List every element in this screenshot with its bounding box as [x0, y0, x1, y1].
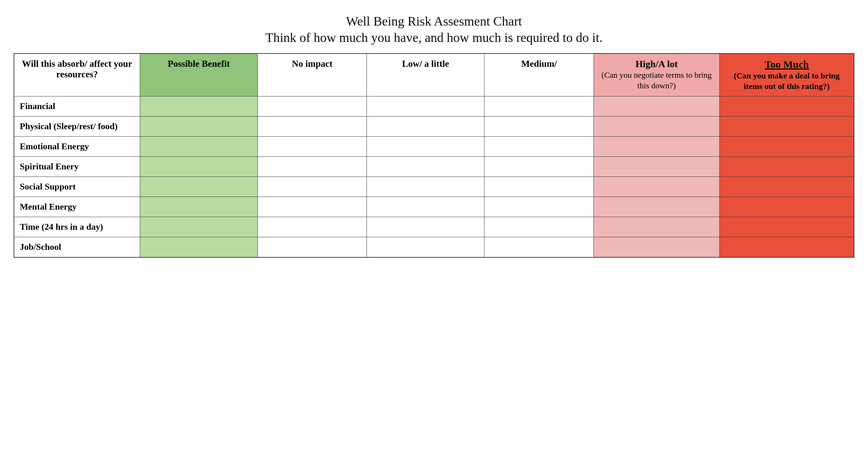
table-cell-cell-label: Spiritual Enery: [14, 157, 140, 177]
table-cell-cell-label: Emotional Energy: [14, 137, 140, 157]
table-cell-cell-noimpact: [258, 117, 367, 137]
table-cell-cell-benefit: [140, 96, 258, 117]
page-title: Well Being Risk Assesment Chart: [14, 14, 854, 29]
table-cell-cell-low: [367, 157, 484, 177]
table-row: Emotional Energy: [14, 137, 854, 157]
col-header-benefit: Possible Benefit: [140, 54, 258, 96]
table-cell-cell-high: [594, 177, 720, 197]
table-cell-cell-low: [367, 137, 484, 157]
page-header: Well Being Risk Assesment Chart Think of…: [14, 14, 854, 45]
table-cell-cell-toomuch: [720, 237, 854, 258]
page-subtitle: Think of how much you have, and how much…: [14, 30, 854, 45]
table-cell-cell-toomuch: [720, 177, 854, 197]
table-cell-cell-benefit: [140, 217, 258, 237]
table-cell-cell-noimpact: [258, 137, 367, 157]
table-cell-cell-toomuch: [720, 197, 854, 217]
table-cell-cell-noimpact: [258, 197, 367, 217]
col-header-noimpact: No impact: [258, 54, 367, 96]
table-cell-cell-benefit: [140, 197, 258, 217]
table-cell-cell-benefit: [140, 177, 258, 197]
table-row: Physical (Sleep/rest/ food): [14, 117, 854, 137]
table-cell-cell-medium: [484, 117, 594, 137]
table-row: Mental Energy: [14, 197, 854, 217]
table-cell-cell-noimpact: [258, 217, 367, 237]
table-cell-cell-low: [367, 117, 484, 137]
table-cell-cell-benefit: [140, 117, 258, 137]
risk-assessment-table: Will this absorb/ affect your resources?…: [14, 53, 854, 258]
table-cell-cell-high: [594, 96, 720, 117]
col-header-toomuch: Too Much (Can you make a deal to bring i…: [720, 54, 854, 96]
table-row: Social Support: [14, 177, 854, 197]
col-header-high: High/A lot (Can you negotiate terms to b…: [594, 54, 720, 96]
table-cell-cell-medium: [484, 217, 594, 237]
table-cell-cell-toomuch: [720, 96, 854, 117]
table-cell-cell-label: Job/School: [14, 237, 140, 258]
col-header-resources: Will this absorb/ affect your resources?: [14, 54, 140, 96]
table-cell-cell-label: Time (24 hrs in a day): [14, 217, 140, 237]
table-cell-cell-high: [594, 157, 720, 177]
table-cell-cell-toomuch: [720, 137, 854, 157]
table-cell-cell-toomuch: [720, 117, 854, 137]
table-cell-cell-high: [594, 117, 720, 137]
table-cell-cell-medium: [484, 197, 594, 217]
table-cell-cell-medium: [484, 137, 594, 157]
table-cell-cell-high: [594, 137, 720, 157]
table-cell-cell-label: Physical (Sleep/rest/ food): [14, 117, 140, 137]
table-cell-cell-medium: [484, 157, 594, 177]
table-cell-cell-label: Mental Energy: [14, 197, 140, 217]
table-cell-cell-noimpact: [258, 157, 367, 177]
table-cell-cell-low: [367, 217, 484, 237]
table-row: Time (24 hrs in a day): [14, 217, 854, 237]
table-cell-cell-toomuch: [720, 157, 854, 177]
table-cell-cell-label: Financial: [14, 96, 140, 117]
table-cell-cell-medium: [484, 177, 594, 197]
table-cell-cell-label: Social Support: [14, 177, 140, 197]
table-cell-cell-low: [367, 237, 484, 258]
table-cell-cell-medium: [484, 237, 594, 258]
table-cell-cell-low: [367, 96, 484, 117]
table-cell-cell-noimpact: [258, 237, 367, 258]
table-cell-cell-medium: [484, 96, 594, 117]
table-cell-cell-benefit: [140, 137, 258, 157]
table-cell-cell-high: [594, 197, 720, 217]
table-row: Job/School: [14, 237, 854, 258]
col-header-low: Low/ a little: [367, 54, 484, 96]
table-cell-cell-benefit: [140, 157, 258, 177]
table-row: Spiritual Enery: [14, 157, 854, 177]
table-header-row: Will this absorb/ affect your resources?…: [14, 54, 854, 96]
table-cell-cell-high: [594, 237, 720, 258]
table-cell-cell-toomuch: [720, 217, 854, 237]
table-cell-cell-noimpact: [258, 96, 367, 117]
table-cell-cell-low: [367, 177, 484, 197]
table-cell-cell-high: [594, 217, 720, 237]
table-cell-cell-benefit: [140, 237, 258, 258]
table-row: Financial: [14, 96, 854, 117]
table-cell-cell-low: [367, 197, 484, 217]
table-body: FinancialPhysical (Sleep/rest/ food)Emot…: [14, 96, 854, 258]
table-cell-cell-noimpact: [258, 177, 367, 197]
col-header-medium: Medium/: [484, 54, 594, 96]
